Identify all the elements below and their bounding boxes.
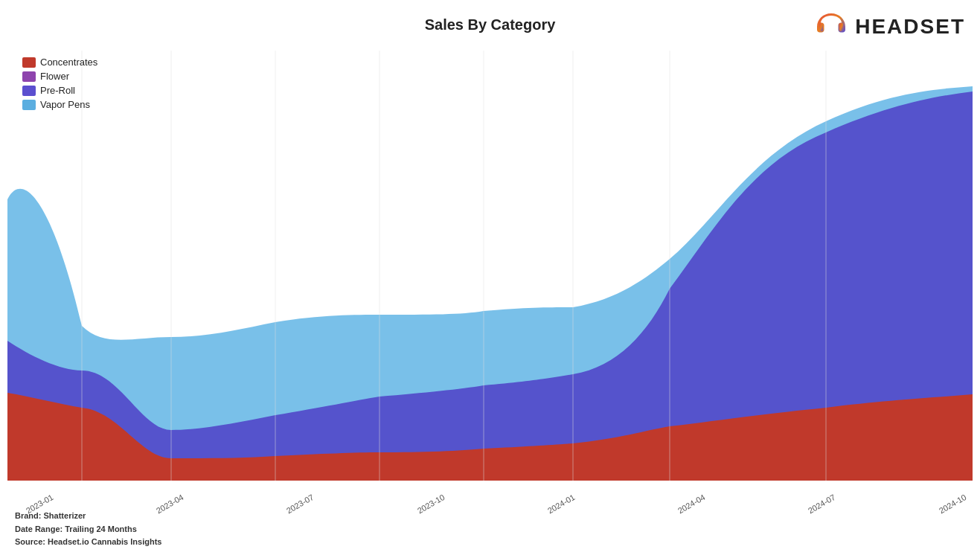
legend-label-concentrates: Concentrates — [40, 57, 97, 68]
x-label-2024-10: 2024-10 — [937, 493, 967, 516]
x-label-2024-07: 2024-07 — [807, 493, 837, 516]
footer-brand-value: Shatterizer — [44, 511, 86, 520]
legend-swatch-flower — [22, 71, 36, 82]
chart-legend: Concentrates Flower Pre-Roll Vapor Pens — [22, 57, 97, 110]
chart-area — [7, 51, 973, 481]
page-container: HEADSET Sales By Category Concentrates F… — [0, 0, 980, 555]
legend-item-preroll: Pre-Roll — [22, 85, 97, 96]
legend-item-flower: Flower — [22, 71, 97, 82]
footer-source-value: Headset.io Cannabis Insights — [48, 537, 161, 546]
legend-swatch-preroll — [22, 86, 36, 96]
footer-brand-label: Brand: — [15, 511, 41, 520]
footer-source: Source: Headset.io Cannabis Insights — [15, 536, 161, 549]
footer-brand: Brand: Shatterizer — [15, 510, 161, 523]
x-label-2023-10: 2023-10 — [415, 493, 446, 516]
legend-label-vapor-pens: Vapor Pens — [40, 99, 90, 110]
chart-title: Sales By Category — [0, 16, 980, 33]
footer-info: Brand: Shatterizer Date Range: Trailing … — [15, 510, 161, 549]
footer-source-label: Source: — [15, 537, 45, 546]
x-label-2024-04: 2024-04 — [676, 493, 707, 516]
legend-label-preroll: Pre-Roll — [40, 85, 75, 96]
footer-date-label: Date Range: — [15, 524, 63, 533]
legend-item-vapor-pens: Vapor Pens — [22, 99, 97, 110]
legend-label-flower: Flower — [40, 71, 69, 82]
chart-svg — [7, 51, 973, 481]
legend-swatch-concentrates — [22, 57, 36, 68]
legend-item-concentrates: Concentrates — [22, 57, 97, 68]
x-label-2023-07: 2023-07 — [285, 493, 316, 516]
footer-date-value: Trailing 24 Months — [65, 524, 137, 533]
footer-date: Date Range: Trailing 24 Months — [15, 523, 161, 536]
x-axis-labels: 2023-01 2023-04 2023-07 2023-10 2024-01 … — [22, 500, 965, 509]
legend-swatch-vapor-pens — [22, 100, 36, 110]
x-label-2024-01: 2024-01 — [546, 493, 577, 516]
